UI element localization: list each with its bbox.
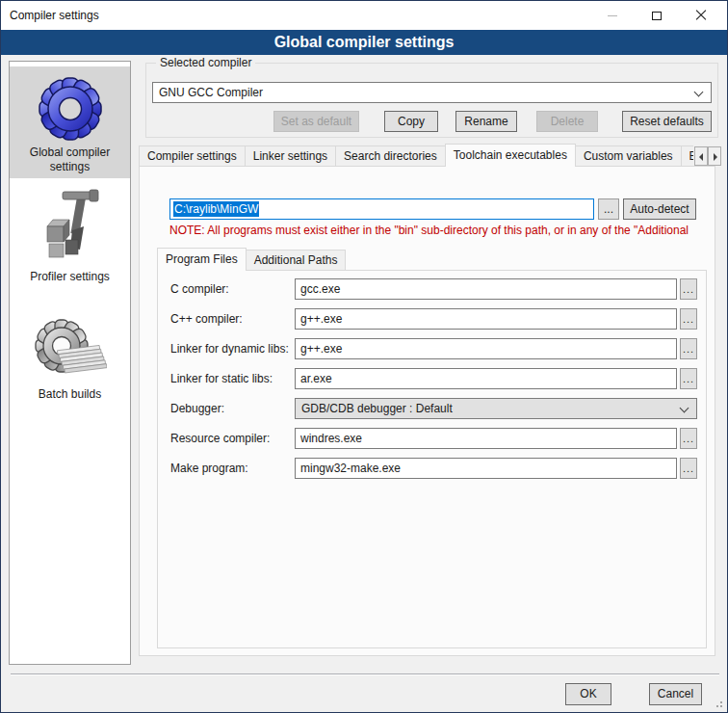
tab-toolchain-executables[interactable]: Toolchain executables xyxy=(445,144,576,167)
arrow-right-icon xyxy=(714,153,717,161)
program-tabs: Program FilesAdditional Paths xyxy=(157,248,446,271)
rename-button[interactable]: Rename xyxy=(455,111,517,132)
debugger-select-value: GDB/CDB debugger : Default xyxy=(301,402,453,415)
sidebar-item-batch-builds[interactable]: Batch builds xyxy=(10,288,130,406)
set-as-default-button[interactable]: Set as default xyxy=(273,111,359,132)
minimize-button[interactable] xyxy=(590,1,635,30)
make-program-label: Make program: xyxy=(170,458,293,479)
ok-button[interactable]: OK xyxy=(565,683,611,705)
debugger-label: Debugger: xyxy=(170,398,293,419)
caliper-icon xyxy=(39,188,101,267)
linker-dynamic-browse-button[interactable]: ... xyxy=(680,338,697,359)
resource-compiler-browse-button[interactable]: ... xyxy=(680,428,697,449)
cpp-compiler-label: C++ compiler: xyxy=(170,308,293,330)
maximize-icon xyxy=(652,12,662,20)
install-note-text: NOTE: All programs must exist either in … xyxy=(169,224,702,238)
settings-tabs: Compiler settingsLinker settingsSearch d… xyxy=(139,144,693,167)
tab-program-files[interactable]: Program Files xyxy=(157,248,247,271)
cpp-compiler-input[interactable] xyxy=(295,308,677,330)
sidebar-item-label: Batch builds xyxy=(20,387,120,401)
compiler-select[interactable]: GNU GCC Compiler xyxy=(152,82,712,103)
reset-defaults-button[interactable]: Reset defaults xyxy=(622,111,712,132)
c-compiler-input[interactable] xyxy=(295,278,677,300)
minimize-icon xyxy=(608,15,617,16)
copy-button[interactable]: Copy xyxy=(384,111,438,132)
linker-dynamic-label: Linker for dynamic libs: xyxy=(170,338,293,359)
auto-detect-button[interactable]: Auto-detect xyxy=(623,198,696,220)
linker-dynamic-input[interactable] xyxy=(295,338,677,359)
settings-category-list: Global compiler settings Profiler settin… xyxy=(9,61,131,665)
sidebar-item-profiler-settings[interactable]: Profiler settings xyxy=(10,178,130,288)
gear-stack-icon xyxy=(34,319,107,384)
make-program-input[interactable] xyxy=(295,458,677,479)
browse-directory-button[interactable]: ... xyxy=(598,198,619,220)
chevron-down-icon xyxy=(694,88,704,97)
resize-grip[interactable] xyxy=(720,705,722,707)
resource-compiler-input[interactable] xyxy=(295,428,677,449)
delete-button[interactable]: Delete xyxy=(536,111,598,132)
resource-compiler-label: Resource compiler: xyxy=(170,428,293,449)
installation-directory-input[interactable]: C:\raylib\MinGW xyxy=(169,198,594,220)
sidebar-item-global-compiler-settings[interactable]: Global compiler settings xyxy=(10,66,130,178)
tab-build-options[interactable]: Build options xyxy=(681,145,693,167)
titlebar: Compiler settings xyxy=(1,1,727,30)
tab-scroll-right-button[interactable] xyxy=(708,146,721,166)
debugger-select[interactable]: GDB/CDB debugger : Default xyxy=(295,398,697,419)
window-title: Compiler settings xyxy=(10,1,99,30)
compiler-settings-dialog: Compiler settings Global compiler settin… xyxy=(0,0,728,713)
c-compiler-browse-button[interactable]: ... xyxy=(680,278,697,300)
sidebar-item-label: Profiler settings xyxy=(20,270,120,283)
footer-divider xyxy=(11,673,719,675)
linker-static-label: Linker for static libs: xyxy=(170,368,293,389)
sidebar-item-label: Global compiler settings xyxy=(20,145,120,173)
maximize-button[interactable] xyxy=(635,1,679,30)
tab-linker-settings[interactable]: Linker settings xyxy=(245,145,336,167)
tab-compiler-settings[interactable]: Compiler settings xyxy=(139,145,246,167)
tab-custom-variables[interactable]: Custom variables xyxy=(575,145,682,167)
chevron-down-icon xyxy=(680,404,689,413)
page-title: Global compiler settings xyxy=(1,30,727,55)
cancel-button[interactable]: Cancel xyxy=(649,683,702,705)
tab-scroll-left-button[interactable] xyxy=(694,146,708,166)
tab-additional-paths[interactable]: Additional Paths xyxy=(246,250,347,271)
close-icon xyxy=(695,10,707,21)
selected-path-text: C:\raylib\MinGW xyxy=(173,201,259,217)
make-program-browse-button[interactable]: ... xyxy=(680,458,697,479)
linker-static-input[interactable] xyxy=(295,368,677,389)
cpp-compiler-browse-button[interactable]: ... xyxy=(680,308,697,330)
close-button[interactable] xyxy=(679,1,723,30)
linker-static-browse-button[interactable]: ... xyxy=(680,368,697,389)
c-compiler-label: C compiler: xyxy=(170,278,293,300)
blue-gear-icon xyxy=(37,75,104,143)
compiler-select-value: GNU GCC Compiler xyxy=(159,86,263,99)
tab-search-directories[interactable]: Search directories xyxy=(335,145,446,167)
arrow-left-icon xyxy=(699,153,703,161)
group-label: Selected compiler xyxy=(156,56,255,69)
